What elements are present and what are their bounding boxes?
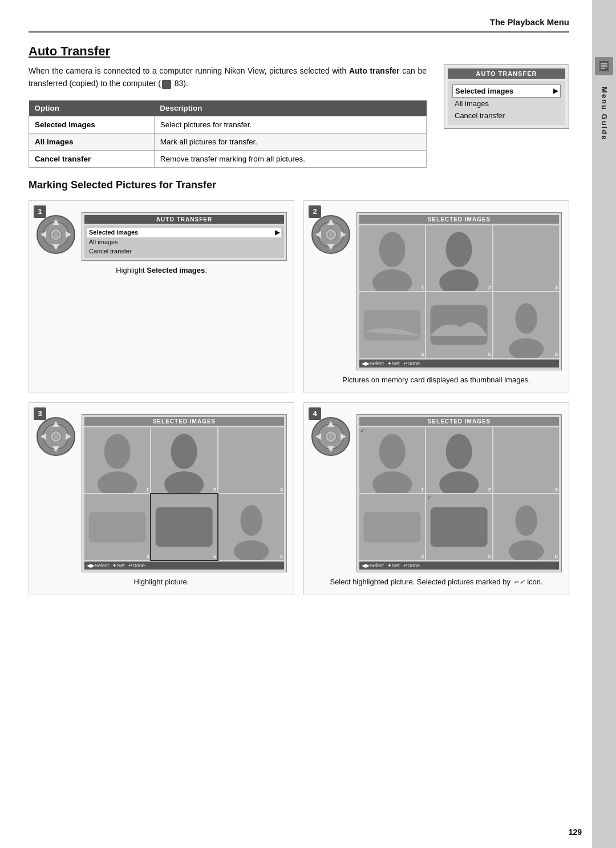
thumb-cell-2: 2: [426, 225, 492, 291]
table-cell-desc-1: Select pictures for transfer.: [154, 116, 426, 133]
step-2-caption: Pictures on memory card displayed as thu…: [311, 375, 562, 385]
thumb-cell-2: 2: [151, 427, 217, 493]
step-3-box: 3 SELECTED I: [29, 402, 294, 595]
svg-point-36: [164, 471, 204, 493]
svg-point-16: [379, 232, 406, 267]
thumb-num: 4: [421, 352, 424, 357]
thumb-num: 5: [488, 352, 491, 357]
svg-point-35: [171, 434, 197, 469]
step-1-bold: Selected images: [147, 266, 205, 274]
thumb-cell-5-highlighted: 5: [151, 494, 217, 560]
svg-point-15: [328, 232, 334, 237]
step-1-menu-content: Selected images ▶ All images Cancel tran…: [84, 225, 284, 258]
mark-icon: ✓: [360, 428, 364, 434]
intro-text-1: When the camera is connected to a comput…: [29, 66, 349, 75]
menu-item-label: Selected images: [455, 87, 513, 95]
done-label: ↵Done: [403, 361, 420, 366]
svg-point-50: [379, 434, 406, 469]
svg-rect-21: [364, 310, 421, 341]
step-3-thumb-grid: 1 2 3 4: [84, 427, 284, 560]
page-header: The Playback Menu: [29, 17, 569, 33]
set-label: ✦Set: [387, 361, 400, 366]
step-1-menu: AUTO TRANSFER Selected images ▶ All imag…: [82, 212, 287, 261]
svg-point-37: [238, 436, 264, 462]
thumb-num: 6: [555, 554, 558, 559]
thumb-cell-4: 4: [359, 494, 425, 560]
step-4-box: 4 SELECTED I: [303, 402, 569, 595]
step-4-inner: SELECTED IMAGES ✓ 1 2 3: [311, 414, 562, 573]
step-1-box: 1: [29, 200, 294, 393]
step-3-caption: Highlight picture.: [36, 577, 287, 587]
step-2-thumbs: SELECTED IMAGES 1 2 3: [356, 212, 562, 371]
steps-grid: 1: [29, 200, 569, 595]
table-row: All images Mark all pictures for transfe…: [29, 133, 427, 150]
svg-point-17: [372, 269, 412, 291]
table-cell-option-3: Cancel transfer: [29, 150, 155, 167]
step-4-thumbs: SELECTED IMAGES ✓ 1 2 3: [356, 414, 562, 573]
step-1-menu-item-2: All images: [87, 237, 281, 247]
page-number: 129: [569, 827, 582, 837]
menu-item-cancel-transfer: Cancel transfer: [452, 110, 561, 122]
intro-bold: Auto transfer: [349, 66, 400, 75]
thumb-num: 2: [488, 285, 491, 290]
svg-point-19: [439, 269, 479, 291]
section-title: Auto Transfer: [29, 44, 569, 59]
thumb-cell-1: 1: [359, 225, 425, 291]
svg-point-51: [372, 471, 412, 493]
step-4-thumb-title: SELECTED IMAGES: [359, 417, 559, 426]
thumb-num: 4: [146, 554, 149, 559]
thumb-num: 5: [213, 554, 216, 559]
menu-item-label: All images: [455, 99, 489, 108]
svg-point-34: [98, 471, 137, 493]
sidebar-tab-label: Menu Guide: [600, 87, 609, 140]
dpad-svg: [311, 417, 351, 457]
label: Selected images: [89, 229, 138, 236]
thumb-num: 3: [555, 285, 558, 290]
thumb-num: 6: [280, 554, 283, 559]
step-4-thumb-bar: ◀▶Select ✦Set ↵Done: [359, 562, 559, 570]
svg-point-32: [53, 434, 59, 439]
svg-point-49: [328, 434, 334, 439]
thumb-num: 1: [146, 487, 149, 492]
thumb-cell-6: 6: [493, 292, 559, 358]
set-label: ✦Set: [387, 563, 400, 568]
intro-section: When the camera is connected to a comput…: [29, 64, 569, 168]
thumb-cell-5-marked: ✓ 5: [426, 494, 492, 560]
table-header-option: Option: [29, 100, 155, 116]
thumb-cell-3: 3: [493, 427, 559, 493]
svg-rect-56: [431, 507, 488, 547]
thumb-cell-6: 6: [218, 494, 284, 560]
camera-icon: [162, 80, 171, 89]
dpad-1: [36, 215, 76, 255]
svg-point-20: [513, 234, 539, 260]
svg-point-33: [104, 434, 131, 469]
svg-rect-59: [599, 61, 609, 71]
thumb-num: 4: [421, 554, 424, 559]
option-table: Option Description Selected images Selec…: [29, 100, 427, 168]
thumb-cell-1: ✓ 1: [359, 427, 425, 493]
step-3-inner: SELECTED IMAGES 1 2 3: [36, 414, 287, 573]
thumb-cell-4: 4: [84, 494, 150, 560]
svg-rect-55: [364, 512, 421, 543]
thumb-num: 6: [555, 352, 558, 357]
svg-point-58: [509, 540, 544, 560]
thumb-cell-6: 6: [493, 494, 559, 560]
table-row: Selected images Select pictures for tran…: [29, 116, 427, 133]
menu-item-arrow: ▶: [553, 87, 558, 95]
select-label: ◀▶Select: [362, 563, 384, 568]
step-2-thumb-title: SELECTED IMAGES: [359, 215, 559, 224]
svg-point-40: [240, 505, 262, 536]
thumb-cell-2: 2: [426, 427, 492, 493]
thumb-num: 2: [488, 487, 491, 492]
thumb-num: 1: [421, 285, 424, 290]
done-label: ↵Done: [403, 563, 420, 568]
step-1-menu-title: AUTO TRANSFER: [84, 215, 284, 224]
svg-point-54: [513, 436, 539, 462]
menu-item-label: Cancel transfer: [455, 111, 505, 120]
table-cell-desc-3: Remove transfer marking from all picture…: [154, 150, 426, 167]
table-header-description: Description: [154, 100, 426, 116]
svg-point-23: [515, 303, 537, 334]
step-3-thumb-title: SELECTED IMAGES: [84, 417, 284, 426]
dpad-3: [36, 417, 76, 457]
intro-text: When the camera is connected to a comput…: [29, 64, 427, 90]
